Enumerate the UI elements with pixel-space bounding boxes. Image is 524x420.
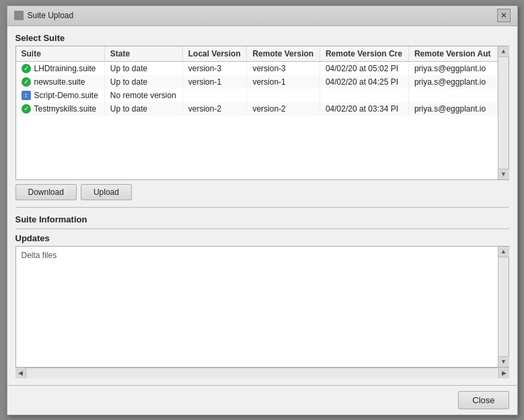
suite-name: newsuite.suite — [34, 77, 85, 87]
cell-state: No remote version — [104, 89, 182, 102]
horiz-scroll-right-arrow[interactable]: ▶ — [498, 368, 509, 378]
select-suite-label: Select Suite — [15, 33, 509, 43]
table-vertical-scrollbar[interactable]: ▲ ▼ — [498, 46, 509, 179]
cell-suite: ✓newsuite.suite — [16, 75, 105, 89]
cell-remote-created: 04/02/20 at 03:34 PI — [320, 102, 408, 116]
suite-table: Suite State Local Version Remote Version… — [16, 46, 498, 116]
updates-scroll-up-arrow[interactable]: ▲ — [498, 247, 509, 257]
cell-remote-author: priya.s@eggplant.io — [408, 61, 497, 75]
updates-horizontal-scrollbar[interactable]: ◀ ▶ — [15, 368, 509, 378]
col-state: State — [104, 46, 182, 62]
title-bar: Suite Upload ✕ — [7, 6, 517, 26]
window-close-button[interactable]: ✕ — [497, 9, 511, 22]
cell-remote-author — [408, 89, 497, 102]
status-green-icon: ✓ — [22, 104, 31, 114]
cell-local-version: version-2 — [182, 102, 247, 116]
table-row[interactable]: ✓LHDtraining.suiteUp to dateversion-3ver… — [16, 61, 498, 75]
updates-content: Delta files — [16, 247, 498, 367]
cell-remote-author: priya.s@eggplant.io — [408, 75, 497, 89]
col-local-version: Local Version — [182, 46, 247, 62]
cell-state: Up to date — [104, 75, 182, 89]
cell-state: Up to date — [104, 102, 182, 116]
updates-scroll-down-arrow[interactable]: ▼ — [498, 356, 509, 367]
cell-remote-created — [320, 89, 408, 102]
delta-files-label: Delta files — [22, 251, 57, 260]
col-suite: Suite — [16, 46, 105, 62]
title-bar-left: Suite Upload — [14, 11, 74, 20]
cell-local-version: version-1 — [182, 75, 247, 89]
cell-local-version: version-3 — [182, 61, 247, 75]
suite-name: Script-Demo.suite — [34, 91, 98, 100]
cell-remote-version: version-2 — [247, 102, 320, 116]
updates-section: Updates Delta files ▲ ▼ ◀ ▶ — [15, 233, 509, 378]
scroll-down-arrow[interactable]: ▼ — [498, 169, 509, 179]
bottom-bar: Close — [7, 385, 517, 415]
cell-local-version — [182, 89, 247, 102]
cell-remote-created: 04/02/20 at 04:25 PI — [320, 75, 408, 89]
suite-upload-dialog: Suite Upload ✕ Select Suite Suite State … — [7, 5, 518, 415]
suite-information-label: Suite Information — [15, 214, 509, 224]
suite-information-section: Suite Information Updates Delta files ▲ … — [15, 214, 509, 378]
divider-1 — [15, 207, 509, 208]
cell-remote-created: 04/02/20 at 05:02 PI — [320, 61, 408, 75]
select-suite-section: Select Suite Suite State Local Version R… — [15, 33, 509, 200]
cell-suite: ↕Script-Demo.suite — [16, 89, 105, 102]
cell-remote-version: version-1 — [247, 75, 320, 89]
updates-label: Updates — [15, 233, 509, 243]
dialog-title: Suite Upload — [28, 11, 74, 20]
scroll-up-arrow[interactable]: ▲ — [498, 46, 509, 57]
updates-scroll-track — [498, 257, 509, 356]
table-row[interactable]: ↕Script-Demo.suiteNo remote version — [16, 89, 498, 102]
suite-name: Testmyskills.suite — [34, 104, 97, 114]
suite-table-scroll[interactable]: Suite State Local Version Remote Version… — [16, 46, 498, 179]
cell-remote-version: version-3 — [247, 61, 320, 75]
download-button[interactable]: Download — [15, 184, 77, 200]
cell-suite: ✓Testmyskills.suite — [16, 102, 105, 116]
status-blue-icon: ↕ — [22, 91, 31, 100]
updates-container: Delta files ▲ ▼ — [15, 246, 509, 368]
scroll-track — [498, 57, 509, 169]
status-green-icon: ✓ — [22, 64, 31, 73]
action-buttons: Download Upload — [15, 184, 509, 200]
table-row[interactable]: ✓Testmyskills.suiteUp to dateversion-2ve… — [16, 102, 498, 116]
updates-vertical-scrollbar[interactable]: ▲ ▼ — [498, 247, 509, 367]
status-green-icon: ✓ — [22, 77, 31, 87]
divider-2 — [15, 228, 509, 229]
cell-suite: ✓LHDtraining.suite — [16, 61, 105, 75]
cell-remote-version — [247, 89, 320, 102]
col-remote-author: Remote Version Aut — [408, 46, 497, 62]
dialog-body: Select Suite Suite State Local Version R… — [7, 26, 517, 385]
suite-table-header: Suite State Local Version Remote Version… — [16, 46, 498, 62]
col-remote-created: Remote Version Cre — [320, 46, 408, 62]
horiz-scroll-left-arrow[interactable]: ◀ — [15, 368, 26, 378]
table-row[interactable]: ✓newsuite.suiteUp to dateversion-1versio… — [16, 75, 498, 89]
suite-table-container: Suite State Local Version Remote Version… — [15, 46, 509, 180]
col-remote-version: Remote Version — [247, 46, 320, 62]
upload-button[interactable]: Upload — [81, 184, 132, 200]
suite-table-body: ✓LHDtraining.suiteUp to dateversion-3ver… — [16, 61, 498, 116]
cell-state: Up to date — [104, 61, 182, 75]
dialog-icon — [14, 11, 24, 20]
cell-remote-author: priya.s@eggplant.io — [408, 102, 497, 116]
close-button[interactable]: Close — [458, 391, 509, 409]
suite-name: LHDtraining.suite — [34, 64, 96, 73]
